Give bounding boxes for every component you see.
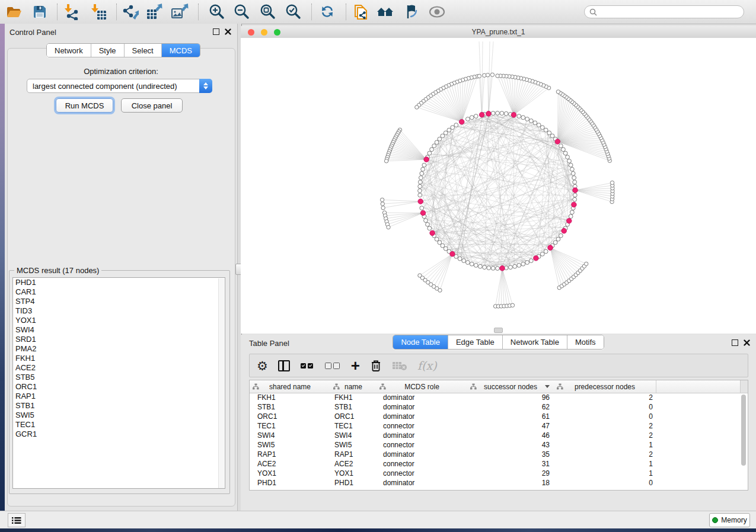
table-row[interactable]: YOX1YOX1connector291 xyxy=(250,469,748,478)
show-columns-icon[interactable] xyxy=(278,358,290,373)
table-row[interactable]: ORC1ORC1dominator610 xyxy=(250,412,748,421)
network-node[interactable] xyxy=(544,128,548,132)
column-header-predecessor-nodes[interactable]: predecessor nodes xyxy=(554,380,656,393)
zoom-fit-icon[interactable] xyxy=(259,3,276,21)
mcds-node[interactable] xyxy=(572,202,577,207)
network-node[interactable] xyxy=(567,159,572,163)
mcds-node[interactable] xyxy=(486,111,492,117)
column-header-name[interactable]: name xyxy=(330,380,377,393)
mcds-result-item[interactable]: STB1 xyxy=(13,401,225,411)
tab-style[interactable]: Style xyxy=(91,44,124,57)
network-node[interactable] xyxy=(380,198,384,201)
table-row[interactable]: RAP1RAP1dominator352 xyxy=(250,450,748,459)
hide-flag-icon[interactable] xyxy=(403,3,420,21)
horizontal-splitter-handle[interactable] xyxy=(494,328,503,333)
network-node[interactable] xyxy=(483,265,487,270)
network-node[interactable] xyxy=(569,163,573,167)
network-node[interactable] xyxy=(387,225,390,229)
network-node[interactable] xyxy=(496,111,500,116)
network-node[interactable] xyxy=(496,74,499,78)
network-node[interactable] xyxy=(420,171,424,175)
network-node[interactable] xyxy=(384,159,388,163)
network-node[interactable] xyxy=(438,241,442,245)
search-input[interactable] xyxy=(600,7,744,17)
network-node[interactable] xyxy=(447,128,451,132)
mcds-result-item[interactable]: PHD1 xyxy=(13,278,225,287)
network-canvas[interactable] xyxy=(241,38,756,334)
network-document-icon[interactable] xyxy=(352,3,370,21)
task-history-button[interactable] xyxy=(8,513,25,527)
network-node[interactable] xyxy=(571,171,575,175)
mcds-result-item[interactable]: PMA2 xyxy=(13,344,225,354)
mcds-result-item[interactable]: ORC1 xyxy=(13,382,225,392)
network-node[interactable] xyxy=(462,259,466,263)
network-node[interactable] xyxy=(454,123,458,127)
network-node[interactable] xyxy=(572,176,576,180)
network-window-titlebar[interactable]: YPA_prune.txt_1 xyxy=(241,26,756,39)
network-node[interactable] xyxy=(559,144,563,148)
mcds-result-item[interactable]: TEC1 xyxy=(13,420,225,430)
mcds-result-item[interactable]: SWI5 xyxy=(13,411,225,420)
network-node[interactable] xyxy=(504,111,508,116)
network-node[interactable] xyxy=(491,266,495,270)
mcds-result-item[interactable]: YOX1 xyxy=(13,316,225,325)
deselect-all-icon[interactable] xyxy=(324,358,341,373)
network-node[interactable] xyxy=(511,303,514,307)
network-node[interactable] xyxy=(470,116,474,120)
network-node[interactable] xyxy=(428,226,432,230)
mcds-node[interactable] xyxy=(459,119,464,124)
mcds-result-item[interactable]: ACE2 xyxy=(13,363,225,373)
mcds-node[interactable] xyxy=(534,255,539,261)
tab-select[interactable]: Select xyxy=(124,44,161,57)
run-mcds-button[interactable]: Run MCDS xyxy=(56,98,113,113)
network-node[interactable] xyxy=(525,117,529,121)
eye-icon[interactable] xyxy=(428,3,446,21)
float-panel-icon[interactable] xyxy=(213,28,219,35)
network-node[interactable] xyxy=(441,134,445,138)
mcds-node[interactable] xyxy=(479,112,484,117)
close-panel-icon[interactable] xyxy=(225,28,231,35)
network-node[interactable] xyxy=(487,266,491,270)
network-node[interactable] xyxy=(496,267,500,271)
network-node[interactable] xyxy=(525,261,529,265)
export-network-icon[interactable] xyxy=(121,3,139,21)
network-node[interactable] xyxy=(486,73,489,76)
tab-motifs[interactable]: Motifs xyxy=(567,335,604,349)
network-node[interactable] xyxy=(610,181,614,184)
network-node[interactable] xyxy=(556,237,560,241)
network-node[interactable] xyxy=(418,189,422,193)
mcds-result-item[interactable]: CAR1 xyxy=(13,287,225,297)
network-node[interactable] xyxy=(478,264,482,268)
close-panel-button[interactable]: Close panel xyxy=(121,98,183,113)
table-row[interactable]: SWI5SWI5connector431 xyxy=(250,440,748,450)
network-node[interactable] xyxy=(421,167,425,171)
tab-node-table[interactable]: Node Table xyxy=(393,335,448,349)
mcds-node[interactable] xyxy=(573,188,578,193)
network-node[interactable] xyxy=(553,241,557,245)
network-node[interactable] xyxy=(426,222,430,226)
tab-mcds[interactable]: MCDS xyxy=(161,44,200,57)
mcds-node[interactable] xyxy=(500,265,505,271)
open-file-icon[interactable] xyxy=(5,3,23,21)
network-node[interactable] xyxy=(556,90,560,94)
mcds-result-item[interactable]: STP4 xyxy=(13,297,225,306)
zoom-selected-icon[interactable] xyxy=(284,3,302,21)
network-node[interactable] xyxy=(529,119,533,123)
tab-network[interactable]: Network xyxy=(47,44,91,57)
import-table-icon[interactable] xyxy=(90,3,107,21)
tab-edge-table[interactable]: Edge Table xyxy=(448,335,502,349)
tab-network-table[interactable]: Network Table xyxy=(502,335,567,349)
network-node[interactable] xyxy=(444,131,448,135)
refresh-view-icon[interactable] xyxy=(319,3,337,21)
network-node[interactable] xyxy=(432,144,436,148)
network-node[interactable] xyxy=(562,148,566,152)
mcds-result-item[interactable]: RAP1 xyxy=(13,392,225,401)
close-table-panel-icon[interactable] xyxy=(744,339,750,346)
mcds-result-item[interactable]: SRD1 xyxy=(13,335,225,344)
table-vertical-scrollbar[interactable] xyxy=(741,395,746,466)
criterion-dropdown[interactable]: largest connected component (undirected) xyxy=(27,79,212,93)
network-node[interactable] xyxy=(435,140,439,145)
network-node[interactable] xyxy=(477,74,481,78)
mcds-node[interactable] xyxy=(424,157,429,162)
mcds-node[interactable] xyxy=(511,113,516,118)
